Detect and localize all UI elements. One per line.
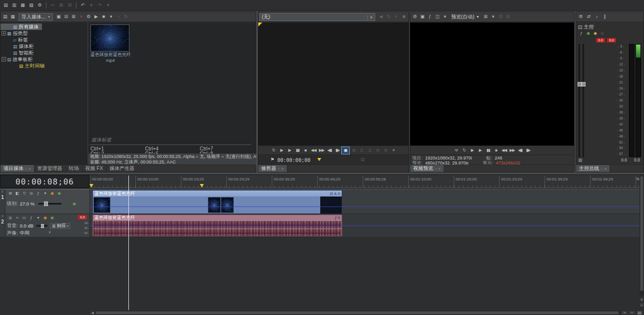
loop-playback-button[interactable]: ↻ <box>270 147 277 154</box>
play-button[interactable]: ▶ <box>477 147 484 154</box>
add-to-timeline-button[interactable]: ⊡ <box>374 147 381 154</box>
envelope-hide-icon[interactable]: ◌ <box>64 201 71 207</box>
stop-button[interactable]: ■ <box>493 147 500 154</box>
tab[interactable]: 媒体产生器 <box>106 165 138 172</box>
normalize-icon[interactable]: ▭ <box>21 215 27 221</box>
vertical-zoom-out-button[interactable]: − <box>640 302 644 308</box>
playhead-cursor[interactable] <box>128 176 129 310</box>
undo-caret-icon[interactable]: ▾ <box>87 2 95 9</box>
next-frame-button[interactable]: ▮▶ <box>525 147 532 154</box>
tree-expand-icon[interactable]: − <box>1 57 6 62</box>
trimmer-settings-button[interactable]: ⊟ <box>382 147 389 154</box>
scroll-left-arrow[interactable]: ◀ <box>90 310 95 315</box>
go-to-end-button[interactable]: ▶▶ <box>509 147 516 154</box>
trimmer-media-dropdown[interactable]: (无) ∨ <box>259 13 375 21</box>
clip-menu-icon[interactable]: ≡ <box>338 216 340 220</box>
track1-number-strip[interactable]: ≡ 1 <box>0 190 5 214</box>
tab-project-media[interactable]: 项目媒体 ▫ × <box>0 165 34 172</box>
float-window-icon[interactable]: ▫ <box>278 167 279 170</box>
play-from-start-button[interactable]: ▶ <box>278 147 285 154</box>
stop-button[interactable]: ■ <box>302 147 309 154</box>
volume-envelope[interactable] <box>90 226 640 226</box>
separator[interactable] <box>46 2 46 8</box>
loop-region-marker[interactable] <box>89 184 93 190</box>
automation-settings-icon[interactable]: ▾ <box>42 190 48 196</box>
views-dropdown-icon[interactable]: ▾ <box>107 14 115 20</box>
trimmer-cursor-timecode[interactable]: 00:00:00;00 <box>277 158 310 163</box>
level-value[interactable]: 27.0 % <box>20 201 35 206</box>
tab[interactable]: 转场 <box>66 165 82 172</box>
volume-value[interactable]: 0.0 dB <box>20 223 33 228</box>
float-window-icon[interactable]: ▫ <box>601 167 602 170</box>
media-thumbnail[interactable]: 蓝色球放射蓝色光纤 mp4 <box>90 24 131 63</box>
timeline-options-icon[interactable]: ≡ <box>636 176 639 181</box>
tree-item-storyboard-bins[interactable]: − ▤ 故事板柜 <box>0 56 36 62</box>
auto-preview-icon[interactable]: ▶ <box>92 14 100 20</box>
loop-playback-button[interactable]: ↻ <box>461 147 468 154</box>
master-properties-gear-icon[interactable]: ⚙ <box>577 14 585 20</box>
capture-video-icon[interactable]: ⊟ <box>62 14 70 20</box>
trimmer-dock-menu-icon[interactable]: ≡ <box>400 13 408 20</box>
fx-automation-icon[interactable]: ◉ <box>585 30 592 36</box>
tree-item-main-timeline[interactable]: ▤ 主时间轴 <box>0 62 48 69</box>
envelope-active-icon[interactable]: ◉ <box>71 201 77 207</box>
clip-take-icon[interactable]: ⊡ <box>330 192 333 196</box>
composite-level-envelope[interactable] <box>90 206 640 207</box>
trimmer-display[interactable] <box>258 22 409 146</box>
track-gain-badge[interactable]: 0.0 <box>78 215 87 220</box>
tree-item-by-type[interactable]: + ▦ 按类型 <box>0 30 31 36</box>
copy-frame-icon[interactable]: ⊡ <box>497 14 505 20</box>
render-as-icon[interactable]: ▨ <box>27 2 35 9</box>
fx-edit-icon[interactable]: ◎ <box>599 30 606 36</box>
open-in-timeline-button[interactable]: ▣ <box>342 147 349 154</box>
next-frame-button[interactable]: ▮▶ <box>334 147 341 154</box>
remove-media-icon[interactable]: × <box>77 14 85 20</box>
save-project-icon[interactable]: ▦ <box>19 2 26 9</box>
master-gain-left-badge[interactable]: 0.0 <box>596 38 605 42</box>
dim-output-icon[interactable]: ♪ <box>593 14 601 20</box>
mute-button[interactable]: ◉ <box>42 215 48 221</box>
zoom-tool-button[interactable]: ▤ <box>636 310 643 315</box>
tree-item-tags[interactable]: ▱ 标签 <box>0 36 31 43</box>
play-from-start-button[interactable]: ▶ <box>469 147 476 154</box>
go-to-end-button[interactable]: ▶▶ <box>318 147 325 154</box>
preview-quality-button[interactable]: 预览(自动) ▼ <box>449 13 482 21</box>
fader-handle-right[interactable] <box>582 82 586 86</box>
compositing-mode-icon[interactable]: ◧ <box>14 190 20 196</box>
float-window-icon[interactable]: ▫ <box>25 167 26 170</box>
select-left-button[interactable]: ⊏ <box>358 147 365 154</box>
close-icon[interactable]: × <box>28 167 30 170</box>
timeline-marker[interactable] <box>200 184 204 190</box>
project-video-properties-icon[interactable]: ⚙ <box>411 14 419 20</box>
track-fx-icon[interactable]: ƒ <box>35 190 41 196</box>
clip-fx-icon[interactable]: ƒ <box>335 216 337 220</box>
fader-handle-left[interactable] <box>578 82 582 86</box>
phase-invert-icon[interactable]: ≈ <box>14 215 20 221</box>
save-frame-icon[interactable]: ⊟ <box>505 14 512 20</box>
media-settings-gear-icon[interactable]: ⚙ <box>85 14 92 20</box>
bypass-motion-blur-icon[interactable]: ◎ <box>28 190 34 196</box>
close-icon[interactable]: × <box>438 167 440 170</box>
media-new-bin-icon[interactable]: ▦ <box>9 14 16 20</box>
pause-button[interactable]: ▮▮ <box>485 147 492 154</box>
downmix-output-icon[interactable]: ⇄ <box>585 14 593 20</box>
timeline-timecode-display[interactable]: 00:00:08;06 <box>0 175 89 188</box>
track2-header[interactable]: ≡ 2 ◎≈▭ƒ▾◉◉ 0.0 音量: 0.0 dB ≣ 触摸 ▾ 声像: 中间… <box>0 214 90 238</box>
solo-button[interactable]: ◉ <box>49 215 55 221</box>
zoom-out-button[interactable]: − <box>629 310 636 315</box>
external-monitor-icon[interactable]: ▣ <box>419 14 426 20</box>
show-faders-icon[interactable]: ∥ <box>601 14 609 20</box>
arm-record-icon[interactable]: ◎ <box>7 215 13 221</box>
redo-caret-icon[interactable]: ▾ <box>104 2 112 9</box>
track1-content[interactable]: 蓝色球放射蓝色光纤 ⊡∧≡ <box>90 189 640 214</box>
tree-expand-icon[interactable]: + <box>1 31 6 36</box>
track-fx-icon[interactable]: ƒ <box>28 215 34 221</box>
pause-button[interactable]: ▮▮ <box>294 147 301 154</box>
import-media-button[interactable]: 导入媒体... ▾ <box>18 13 53 21</box>
automation-mode-button[interactable]: ≣ 触摸 ▾ <box>50 223 70 229</box>
horizontal-scrollbar-thumb[interactable] <box>95 311 619 314</box>
video-output-fx-icon[interactable]: ƒ <box>426 14 434 20</box>
trimmer-remove-icon[interactable]: × <box>392 13 400 20</box>
media-properties-icon[interactable]: ▣ <box>55 14 62 20</box>
new-project-icon[interactable]: ▤ <box>2 2 9 9</box>
